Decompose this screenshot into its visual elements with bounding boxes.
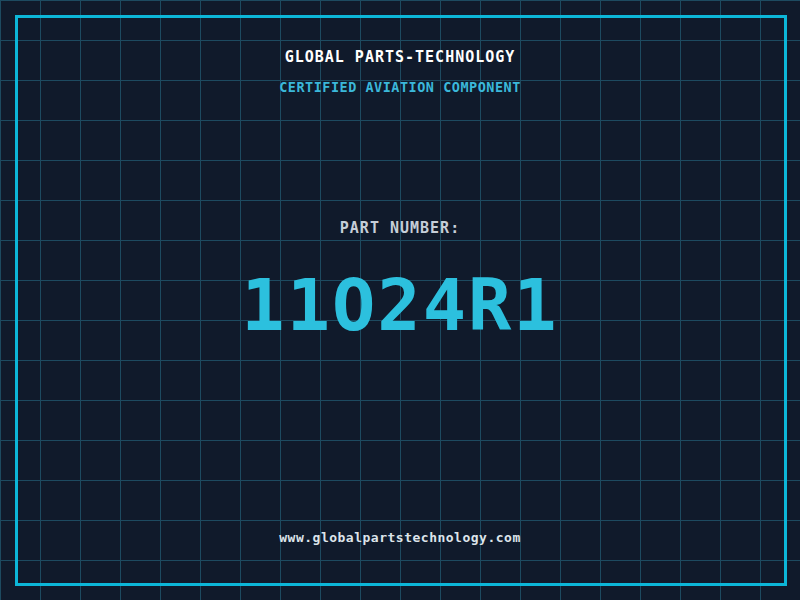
certification-subtitle: CERTIFIED AVIATION COMPONENT (0, 81, 800, 95)
part-certificate-canvas: GLOBAL PARTS-TECHNOLOGY CERTIFIED AVIATI… (0, 0, 800, 600)
part-number-label: PART NUMBER: (0, 221, 800, 236)
website-url: www.globalpartstechnology.com (0, 531, 800, 544)
company-title: GLOBAL PARTS-TECHNOLOGY (0, 50, 800, 65)
part-number-value: 11O24R1 (0, 269, 800, 341)
